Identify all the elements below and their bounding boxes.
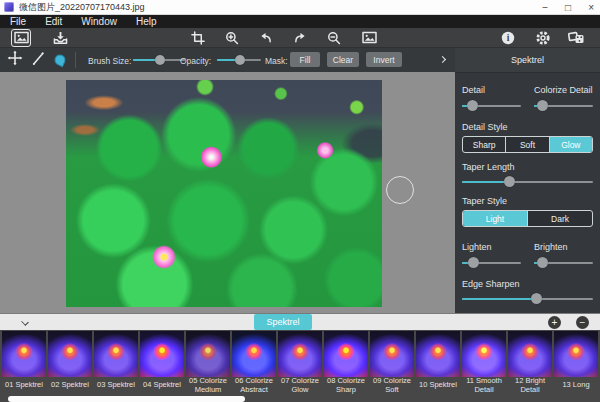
image-preview-button[interactable]: [359, 29, 379, 47]
detail-style-sharp[interactable]: Sharp: [463, 137, 505, 152]
strip-scrollbar[interactable]: [8, 396, 245, 402]
minimize-button[interactable]: −: [542, 1, 548, 14]
brighten-slider[interactable]: [534, 257, 593, 269]
toolbar-divider: [75, 52, 76, 68]
crop-button[interactable]: [188, 29, 208, 47]
randomize-button[interactable]: [566, 29, 586, 47]
info-button[interactable]: i: [498, 29, 518, 47]
svg-text:i: i: [507, 33, 510, 43]
colorize-detail-label: Colorize Detail: [534, 85, 593, 95]
brush-size-label: Brush Size:: [88, 56, 131, 66]
close-button[interactable]: ×: [588, 1, 594, 14]
mask-invert-button[interactable]: Invert: [366, 52, 402, 67]
preset-strip: 01 Spektrel 02 Spektrel 03 Spektrel 04 S…: [0, 330, 600, 402]
preset-thumbnail[interactable]: 03 Spektrel: [94, 331, 138, 394]
menu-item[interactable]: Edit: [45, 16, 62, 27]
preset-thumbnail-label: 13 Long: [554, 377, 598, 394]
preset-thumbnail[interactable]: 11 Smooth Detail: [462, 331, 506, 394]
preset-thumbnail-image: [324, 331, 368, 377]
mask-brush-icon: [53, 53, 68, 68]
preset-thumbnail-image: [278, 331, 322, 377]
move-tool-button[interactable]: [8, 51, 23, 70]
spektrel-settings-panel: Detail Colorize Detail Detail Style Shar…: [455, 72, 600, 313]
mask-label: Mask:: [265, 56, 288, 66]
main-toolbar: i: [0, 28, 600, 48]
image-frame-button[interactable]: [11, 29, 31, 47]
zoom-out-button[interactable]: [324, 29, 344, 47]
opacity-slider[interactable]: [217, 54, 261, 66]
preset-thumbnail-image: [508, 331, 552, 377]
window-title: 微信图片_20220707170443.jpg: [19, 1, 542, 14]
preset-thumbnail[interactable]: 13 Long: [554, 331, 598, 394]
remove-preset-button[interactable]: −: [576, 316, 589, 329]
canvas-workspace: [0, 72, 455, 313]
info-icon: i: [501, 31, 515, 45]
image-canvas[interactable]: [66, 80, 382, 307]
preset-thumbnail[interactable]: 04 Spektrel: [140, 331, 184, 394]
settings-button[interactable]: [533, 29, 553, 47]
titlebar: 微信图片_20220707170443.jpg − □ ×: [0, 0, 600, 15]
preset-thumbnail[interactable]: 08 Colorize Sharp: [324, 331, 368, 394]
preset-thumbnail-image: [94, 331, 138, 377]
app-icon: [4, 2, 14, 12]
preset-thumbnail-image: [370, 331, 414, 377]
detail-style-label: Detail Style: [462, 122, 593, 132]
mask-clear-button[interactable]: Clear: [327, 52, 359, 67]
zoom-out-icon: [327, 31, 341, 45]
taper-style-label: Taper Style: [462, 196, 593, 206]
randomize-dice-icon: [568, 31, 585, 44]
zoom-in-icon: [225, 31, 239, 45]
taper-style-dark[interactable]: Dark: [527, 211, 592, 226]
preset-thumbnail[interactable]: 09 Colorize Soft: [370, 331, 414, 394]
lighten-slider[interactable]: [462, 257, 521, 269]
brighten-label: Brighten: [534, 242, 568, 252]
menu-item[interactable]: File: [10, 16, 26, 27]
zoom-in-button[interactable]: [222, 29, 242, 47]
detail-slider[interactable]: [462, 100, 521, 112]
gear-icon: [536, 31, 550, 45]
preset-thumbnail-label: 04 Spektrel: [140, 377, 184, 394]
mask-brush-tool-button[interactable]: [55, 55, 66, 66]
panel-title: Spektrel: [511, 55, 544, 65]
preset-thumbnail-label: 05 Colorize Medium: [186, 377, 230, 394]
preset-thumbnail[interactable]: 07 Colorize Glow: [278, 331, 322, 394]
undo-button[interactable]: [256, 29, 276, 47]
preset-thumbnail[interactable]: 02 Spektrel: [48, 331, 92, 394]
preset-category-tab[interactable]: Spektrel: [254, 314, 312, 330]
collapse-strip-chevron-icon[interactable]: [21, 318, 29, 326]
maximize-button[interactable]: □: [565, 1, 571, 14]
preset-thumbnail[interactable]: 05 Colorize Medium: [186, 331, 230, 394]
preset-thumbnail[interactable]: 06 Colorize Abstract: [232, 331, 276, 394]
detail-style-glow[interactable]: Glow: [549, 137, 592, 152]
import-image-button[interactable]: [50, 29, 70, 47]
preset-thumbnail-image: [186, 331, 230, 377]
move-icon: [8, 51, 23, 66]
preset-category-bar: Spektrel + −: [0, 313, 600, 330]
add-preset-button[interactable]: +: [548, 316, 561, 329]
menu-item[interactable]: Help: [136, 16, 157, 27]
collapse-panel-chevron-icon[interactable]: [439, 56, 446, 63]
brush-size-slider[interactable]: [133, 54, 185, 66]
preset-thumbnail-image: [2, 331, 46, 377]
taper-style-light[interactable]: Light: [463, 211, 527, 226]
taper-length-slider[interactable]: [462, 176, 593, 188]
edge-sharpen-slider[interactable]: [462, 293, 593, 305]
detail-style-soft[interactable]: Soft: [505, 137, 548, 152]
redo-button[interactable]: [290, 29, 310, 47]
paintbrush-tool-button[interactable]: [31, 51, 45, 69]
preset-thumbnail[interactable]: 10 Spektrel: [416, 331, 460, 394]
preset-thumbnail-label: 06 Colorize Abstract: [232, 377, 276, 394]
preset-thumbnail[interactable]: 12 Bright Detail: [508, 331, 552, 394]
preset-thumbnail-image: [416, 331, 460, 377]
menu-item[interactable]: Window: [81, 16, 117, 27]
preset-thumbnail-image: [462, 331, 506, 377]
preset-thumbnail-image: [554, 331, 598, 377]
preset-thumbnail[interactable]: 01 Spektrel: [2, 331, 46, 394]
edge-sharpen-label: Edge Sharpen: [462, 279, 593, 289]
colorize-detail-slider[interactable]: [534, 100, 593, 112]
image-frame-icon: [14, 31, 29, 44]
application-window: 微信图片_20220707170443.jpg − □ × FileEditWi…: [0, 0, 600, 402]
preset-thumbnail-list: 01 Spektrel 02 Spektrel 03 Spektrel 04 S…: [0, 330, 600, 394]
preset-thumbnail-label: 09 Colorize Soft: [370, 377, 414, 394]
mask-fill-button[interactable]: Fill: [290, 52, 320, 67]
